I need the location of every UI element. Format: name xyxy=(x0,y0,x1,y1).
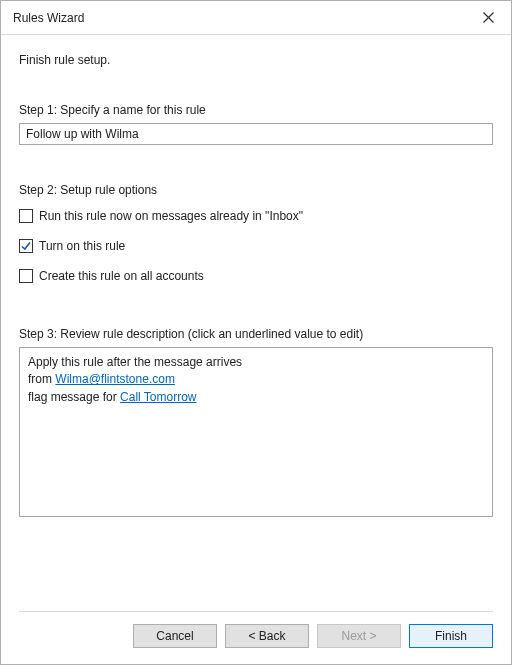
button-row: Cancel < Back Next > Finish xyxy=(19,624,493,648)
footer-separator xyxy=(19,611,493,612)
rule-description-box: Apply this rule after the message arrive… xyxy=(19,347,493,517)
finish-button[interactable]: Finish xyxy=(409,624,493,648)
option-turn-on-label: Turn on this rule xyxy=(39,239,125,253)
rules-wizard-window: Rules Wizard Finish rule setup. Step 1: … xyxy=(0,0,512,665)
back-button[interactable]: < Back xyxy=(225,624,309,648)
close-icon xyxy=(483,12,494,23)
desc-line-flag: flag message for Call Tomorrow xyxy=(28,389,484,406)
desc-line-from: from Wilma@flintstone.com xyxy=(28,371,484,388)
desc-flag-prefix: flag message for xyxy=(28,390,120,404)
close-button[interactable] xyxy=(465,1,511,34)
checkbox-turn-on[interactable] xyxy=(19,239,33,253)
titlebar: Rules Wizard xyxy=(1,1,511,35)
next-button: Next > xyxy=(317,624,401,648)
step3-label: Step 3: Review rule description (click a… xyxy=(19,327,493,341)
cancel-button[interactable]: Cancel xyxy=(133,624,217,648)
option-run-now[interactable]: Run this rule now on messages already in… xyxy=(19,209,493,223)
option-turn-on[interactable]: Turn on this rule xyxy=(19,239,493,253)
intro-text: Finish rule setup. xyxy=(19,53,493,67)
option-run-now-label: Run this rule now on messages already in… xyxy=(39,209,303,223)
step2-label: Step 2: Setup rule options xyxy=(19,183,493,197)
checkbox-all-accounts[interactable] xyxy=(19,269,33,283)
footer: Cancel < Back Next > Finish xyxy=(1,595,511,664)
checkbox-run-now[interactable] xyxy=(19,209,33,223)
option-all-accounts[interactable]: Create this rule on all accounts xyxy=(19,269,493,283)
desc-from-link[interactable]: Wilma@flintstone.com xyxy=(55,372,175,386)
desc-flag-link[interactable]: Call Tomorrow xyxy=(120,390,196,404)
desc-from-prefix: from xyxy=(28,372,55,386)
window-title: Rules Wizard xyxy=(13,11,84,25)
option-all-accounts-label: Create this rule on all accounts xyxy=(39,269,204,283)
desc-line-apply: Apply this rule after the message arrive… xyxy=(28,354,484,371)
step1-label: Step 1: Specify a name for this rule xyxy=(19,103,493,117)
rule-name-input[interactable] xyxy=(19,123,493,145)
wizard-body: Finish rule setup. Step 1: Specify a nam… xyxy=(1,35,511,595)
check-icon xyxy=(20,240,32,252)
